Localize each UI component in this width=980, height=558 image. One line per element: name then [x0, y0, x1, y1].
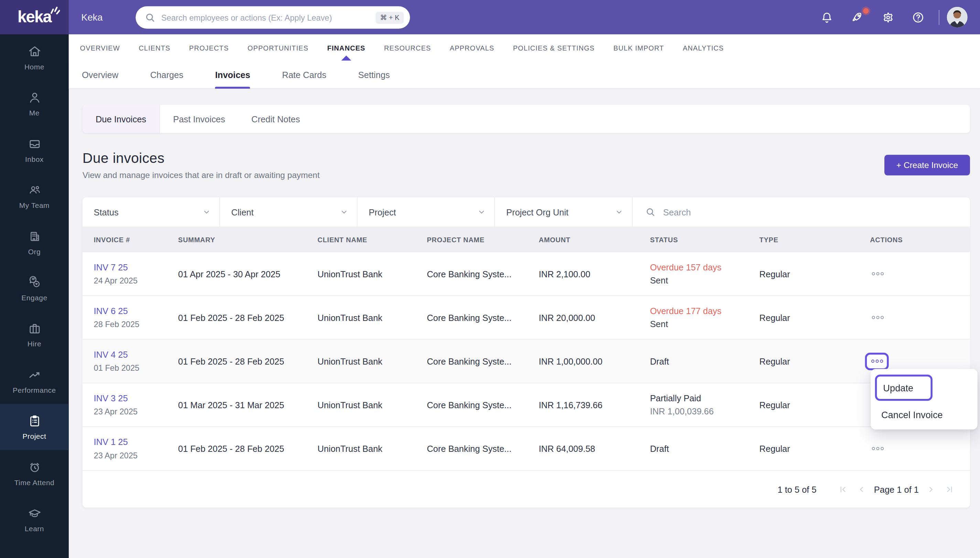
next-page-icon[interactable]	[921, 485, 940, 493]
building-icon	[27, 229, 42, 244]
team-icon	[27, 183, 42, 197]
sidebar-item-learn[interactable]: Learn	[0, 496, 69, 542]
whats-new-rocket-icon[interactable]	[850, 11, 864, 25]
invoice-link[interactable]: INV 4 25	[94, 350, 178, 359]
column-header-summary: SUMMARY	[178, 236, 318, 244]
column-header-status: STATUS	[650, 236, 759, 244]
filter-dropdown-client[interactable]: Client	[220, 197, 358, 226]
notification-dot	[863, 8, 868, 14]
menu-item-cancel-invoice[interactable]: Cancel Invoice	[881, 405, 943, 424]
subnav-tab-charges[interactable]: Charges	[150, 61, 183, 88]
filter-dropdown-project-org-unit[interactable]: Project Org Unit	[495, 197, 632, 226]
client-cell: UnionTrust Bank	[318, 312, 427, 322]
column-header-client-name: CLIENT NAME	[318, 236, 427, 244]
subnav-tab-rate-cards[interactable]: Rate Cards	[282, 61, 326, 88]
client-cell: UnionTrust Bank	[318, 400, 427, 410]
project-cell: Core Banking Syste...	[427, 312, 539, 322]
amount-cell: INR 20,000.00	[539, 312, 650, 322]
row-actions-button[interactable]	[869, 316, 886, 319]
sidebar-item-inbox[interactable]: Inbox	[0, 127, 69, 173]
status-subtext: INR 1,00,039.66	[650, 407, 759, 417]
invoice-link[interactable]: INV 6 25	[94, 306, 178, 316]
table-row[interactable]: INV 6 2528 Feb 2025 01 Feb 2025 - 28 Feb…	[82, 296, 970, 340]
amount-cell: INR 1,00,000.00	[539, 356, 650, 366]
project-cell: Core Banking Syste...	[427, 269, 539, 279]
page-title: Due invoices	[82, 151, 165, 167]
filter-dropdown-status[interactable]: Status	[82, 197, 220, 226]
sidebar-item-project[interactable]: Project	[0, 404, 69, 450]
module-nav: OVERVIEWCLIENTSPROJECTSOPPORTUNITIESFINA…	[69, 34, 980, 61]
chevron-down-icon	[203, 208, 211, 216]
nav-tab-analytics[interactable]: ANALYTICS	[683, 44, 724, 51]
summary-cell: 01 Apr 2025 - 30 Apr 2025	[178, 269, 318, 279]
nav-tab-policies-settings[interactable]: POLICIES & SETTINGS	[513, 44, 595, 51]
last-page-icon[interactable]	[940, 485, 959, 493]
global-search[interactable]: Search employees or actions (Ex: Apply L…	[135, 6, 410, 28]
sidebar-item-engage[interactable]: Engage	[0, 265, 69, 311]
user-avatar[interactable]	[947, 7, 968, 28]
sidebar-item-performance[interactable]: Performance	[0, 358, 69, 404]
home-icon	[27, 44, 42, 59]
table-footer: 1 to 5 of 5 Page 1 of 1	[82, 471, 970, 507]
sidebar-item-my-team[interactable]: My Team	[0, 173, 69, 219]
help-icon[interactable]	[911, 11, 925, 25]
nav-tab-finances[interactable]: FINANCES	[327, 44, 365, 51]
summary-cell: 01 Feb 2025 - 28 Feb 2025	[178, 443, 318, 453]
nav-tab-resources[interactable]: RESOURCES	[384, 44, 431, 51]
table-row[interactable]: INV 7 2524 Apr 2025 01 Apr 2025 - 30 Apr…	[82, 252, 970, 296]
table-search-input[interactable]: Search	[632, 197, 970, 226]
sidebar-item-hire[interactable]: Hire	[0, 312, 69, 358]
table-body: INV 7 2524 Apr 2025 01 Apr 2025 - 30 Apr…	[82, 252, 970, 471]
settings-gear-icon[interactable]	[881, 11, 895, 25]
active-tab-arrow	[341, 55, 351, 61]
active-subnav-underline	[215, 87, 250, 88]
nav-tab-approvals[interactable]: APPROVALS	[450, 44, 494, 51]
menu-item-update[interactable]: Update	[875, 374, 932, 400]
nav-tab-overview[interactable]: OVERVIEW	[80, 44, 120, 51]
column-header-amount: AMOUNT	[539, 236, 650, 244]
table-row[interactable]: INV 3 2523 Apr 2025 01 Mar 2025 - 31 Mar…	[82, 384, 970, 427]
chevron-down-icon	[478, 208, 486, 216]
sidebar-item-time-attend[interactable]: Time Attend	[0, 450, 69, 496]
nav-tab-bulk-import[interactable]: BULK IMPORT	[613, 44, 664, 51]
table-row[interactable]: INV 1 2523 Apr 2025 01 Feb 2025 - 28 Feb…	[82, 427, 970, 471]
row-actions-button[interactable]	[869, 447, 886, 450]
subnav-tab-overview[interactable]: Overview	[82, 61, 119, 88]
sidebar-item-me[interactable]: Me	[0, 80, 69, 126]
invoice-link[interactable]: INV 7 25	[94, 262, 178, 272]
row-actions-button[interactable]	[869, 272, 886, 275]
invoice-link[interactable]: INV 1 25	[94, 437, 178, 447]
view-tab-past-invoices[interactable]: Past Invoices	[160, 105, 238, 133]
search-icon	[145, 12, 156, 23]
nav-tab-projects[interactable]: PROJECTS	[189, 44, 229, 51]
view-tab-credit-notes[interactable]: Credit Notes	[238, 105, 313, 133]
client-cell: UnionTrust Bank	[318, 269, 427, 279]
status-subtext: Sent	[650, 319, 759, 329]
column-header-actions: ACTIONS	[862, 236, 970, 244]
nav-tab-clients[interactable]: CLIENTS	[138, 44, 170, 51]
shortcut-badge: ⌘ + K	[376, 11, 404, 24]
invoice-link[interactable]: INV 3 25	[94, 394, 178, 404]
status-text: Draft	[650, 356, 759, 366]
user-icon	[27, 90, 42, 105]
view-tab-due-invoices[interactable]: Due Invoices	[82, 105, 160, 133]
row-actions-menu: Update Cancel Invoice	[871, 369, 978, 430]
notifications-bell-icon[interactable]	[820, 11, 834, 25]
table-row[interactable]: INV 4 2501 Feb 2025 01 Feb 2025 - 28 Feb…	[82, 340, 970, 383]
sidebar-item-home[interactable]: Home	[0, 34, 69, 80]
invoice-date: 23 Apr 2025	[94, 451, 178, 460]
first-page-icon[interactable]	[834, 485, 853, 493]
project-cell: Core Banking Syste...	[427, 356, 539, 366]
row-actions-button-active[interactable]	[865, 353, 889, 370]
create-invoice-button[interactable]: + Create Invoice	[884, 155, 970, 176]
nav-tab-opportunities[interactable]: OPPORTUNITIES	[248, 44, 308, 51]
filter-dropdown-project[interactable]: Project	[357, 197, 495, 226]
sidebar-item-org[interactable]: Org	[0, 219, 69, 265]
subnav-tab-settings[interactable]: Settings	[358, 61, 390, 88]
logo-spark-icon	[50, 5, 60, 14]
keka-logo[interactable]: keka	[0, 0, 69, 34]
search-icon	[645, 207, 656, 217]
prev-page-icon[interactable]	[853, 485, 872, 493]
subnav-tab-invoices[interactable]: Invoices	[215, 61, 250, 88]
chevron-down-icon	[340, 208, 348, 216]
